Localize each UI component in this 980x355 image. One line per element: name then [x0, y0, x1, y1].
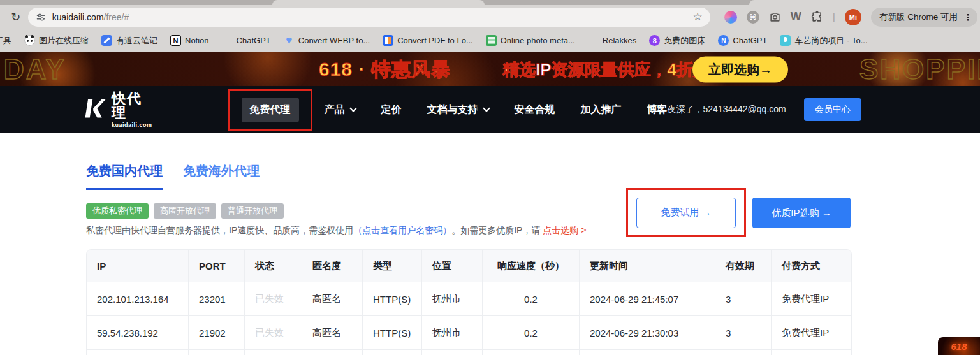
- sheet-icon: [486, 35, 497, 46]
- extension-brain-icon[interactable]: [724, 11, 737, 24]
- menu-kebab-icon[interactable]: ⋮: [963, 12, 972, 22]
- bookmark-label: 工具: [0, 35, 11, 47]
- bookmark-label: 车艺尚的项目 - To...: [794, 35, 867, 47]
- bookmark-item[interactable]: 图片在线压缩: [24, 35, 89, 47]
- proxy-type-tag[interactable]: 优质私密代理: [86, 203, 149, 219]
- column-header: 付费方式: [772, 250, 851, 282]
- site-navbar: 快代理 kuaidaili.com 免费代理产品定价文档与支持安全合规加入推广博…: [0, 86, 980, 133]
- nav-item-3[interactable]: 文档与支持: [427, 103, 489, 117]
- table-cell: 免费代理IP: [772, 282, 851, 316]
- table-cell: 3: [715, 282, 772, 316]
- site-logo[interactable]: 快代理 kuaidaili.com: [83, 92, 152, 128]
- desc-text: 私密代理由快代理自营服务器提供，IP速度快、品质高，需鉴权使用: [86, 225, 353, 235]
- tab-overseas-proxy[interactable]: 免费海外代理: [183, 163, 260, 189]
- member-center-button[interactable]: 会员中心: [804, 98, 861, 121]
- table-cell: 抚州市: [422, 316, 483, 350]
- table-cell: 2024-06-29 21:15:03: [580, 350, 715, 355]
- profile-avatar[interactable]: Mi: [845, 9, 861, 25]
- view-credentials-link[interactable]: （点击查看用户名密码）: [353, 225, 451, 235]
- table-cell: 21902: [189, 316, 245, 350]
- bookmark-label: 免费的图床: [664, 35, 705, 47]
- notion-icon: N: [170, 35, 181, 46]
- column-header: 响应速度（秒）: [483, 250, 580, 282]
- nav-item-label: 加入推广: [581, 103, 622, 117]
- toolbar-divider: |: [833, 11, 835, 23]
- banner-marquee-right: SHOPPIN: [859, 54, 980, 85]
- bookmark-item[interactable]: Relakkes: [588, 35, 636, 46]
- bookmark-label: Convert PDF to Lo...: [397, 36, 473, 45]
- nav-item-label: 免费代理: [242, 98, 299, 122]
- banner-cta-button[interactable]: 立即选购→: [692, 56, 788, 82]
- buy-now-link[interactable]: 点击选购 >: [543, 225, 586, 235]
- bookmark-label: Notion: [185, 36, 209, 45]
- bookmark-label: 图片在线压缩: [39, 35, 89, 47]
- reload-button[interactable]: ↻: [8, 10, 24, 24]
- purple8-icon: 8: [649, 35, 660, 46]
- extension-command-icon[interactable]: ⌘: [747, 11, 759, 24]
- table-cell: HTTP(S): [363, 350, 422, 355]
- chevron-down-icon: [349, 105, 356, 112]
- promo-banner[interactable]: DAY 618 · 特惠风暴 精选IP资源限量供应，4折起疯抢中! 立即选购→ …: [0, 52, 980, 86]
- nav-item-5[interactable]: 加入推广: [581, 103, 622, 117]
- bookmark-item[interactable]: NNotion: [170, 35, 209, 46]
- teal-icon: [780, 35, 791, 46]
- nav-item-label: 产品: [325, 103, 345, 117]
- logo-k-icon: [83, 97, 106, 122]
- bookmark-label: ChatGPT: [237, 36, 271, 45]
- bookmark-item[interactable]: ChatGPT: [222, 35, 271, 46]
- promo-618-badge[interactable]: 618: [938, 337, 980, 355]
- table-cell: 抚州市: [422, 282, 483, 316]
- table-cell: 0.2: [483, 316, 580, 350]
- nav-item-4[interactable]: 安全合规: [515, 103, 555, 117]
- extension-wikipedia-icon[interactable]: W: [791, 10, 801, 24]
- chrome-update-button[interactable]: 有新版 Chrome 可用 ⋮: [871, 8, 977, 27]
- bookmark-star-icon[interactable]: ☆: [693, 10, 703, 24]
- premium-ip-button[interactable]: 优质IP选购 →: [752, 198, 851, 228]
- address-bar[interactable]: kuaidaili.com/free/# ☆: [28, 8, 710, 27]
- logo-subtitle: kuaidaili.com: [112, 122, 152, 128]
- table-cell: 已失效: [245, 350, 302, 355]
- table-cell: 0.2: [483, 282, 580, 316]
- column-header: 有效期: [715, 250, 772, 282]
- panda-icon: [24, 35, 35, 46]
- extension-camera-icon[interactable]: [769, 11, 781, 23]
- bookmark-item[interactable]: 车艺尚的项目 - To...: [780, 35, 867, 47]
- browser-chrome: ↻ kuaidaili.com/free/# ☆ ⌘ W | Mi 有新版 Ch…: [0, 0, 980, 52]
- tab-strip-segment: [749, 0, 980, 5]
- proxy-table: IPPORT状态匿名度类型位置响应速度（秒）更新时间有效期付费方式202.101…: [87, 250, 851, 355]
- banner-title: 618 · 特惠风暴: [319, 56, 451, 82]
- bookmark-item[interactable]: ♥Convert WEBP to...: [284, 35, 370, 46]
- nav-item-1[interactable]: 产品: [325, 103, 356, 117]
- annotation-box-trial: 免费试用 →: [626, 188, 746, 237]
- table-cell: 高匿名: [302, 282, 363, 316]
- table-cell: 21602: [189, 350, 245, 355]
- nav-item-6[interactable]: 博客: [647, 103, 668, 117]
- chrome-update-label: 有新版 Chrome 可用: [879, 11, 958, 23]
- nav-item-label: 定价: [381, 103, 402, 117]
- bookmark-item[interactable]: Online photo meta...: [486, 35, 575, 46]
- url-text: kuaidaili.com/free/#: [52, 12, 129, 22]
- nav-right: 夜深了，524134442@qq.com 会员中心: [668, 98, 861, 121]
- extensions-puzzle-icon[interactable]: [811, 11, 823, 23]
- folder-icon: [222, 35, 233, 46]
- bookmark-item[interactable]: 有道云笔记: [101, 35, 157, 47]
- table-cell: 3: [715, 316, 772, 350]
- table-cell: 202.101.213.164: [87, 282, 189, 316]
- free-trial-button[interactable]: 免费试用 →: [636, 198, 736, 228]
- nav-item-0[interactable]: 免费代理: [242, 98, 299, 122]
- table-cell: 59.54.238.192: [87, 316, 189, 350]
- nav-item-label: 文档与支持: [427, 103, 478, 117]
- table-cell: 免费代理IP: [772, 350, 851, 355]
- bookmark-item[interactable]: 8免费的图床: [649, 35, 705, 47]
- tab-domestic-proxy[interactable]: 免费国内代理: [86, 163, 163, 190]
- youdao-icon: [101, 35, 112, 46]
- bookmark-item[interactable]: 工具: [0, 35, 11, 47]
- site-settings-icon[interactable]: [36, 12, 46, 22]
- table-cell: HTTP(S): [363, 316, 422, 350]
- proxy-type-tag[interactable]: 高匿开放代理: [154, 203, 216, 219]
- nav-item-2[interactable]: 定价: [381, 103, 402, 117]
- proxy-type-tag[interactable]: 普通开放代理: [221, 203, 284, 219]
- logo-title: 快代理: [112, 92, 152, 120]
- bookmark-item[interactable]: Convert PDF to Lo...: [383, 35, 473, 46]
- bookmark-item[interactable]: NChatGPT: [718, 35, 767, 46]
